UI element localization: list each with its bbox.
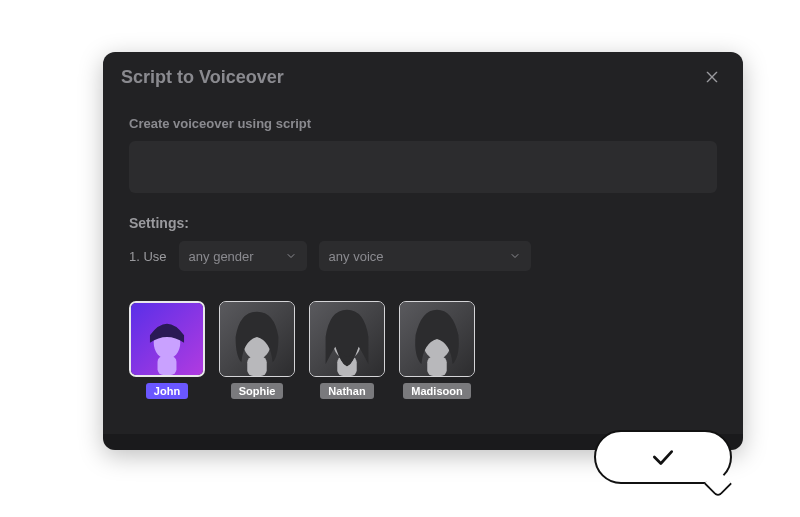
settings-row-1: 1. Use any gender any voice [129,241,717,271]
gender-select[interactable]: any gender [179,241,307,271]
voice-name-tag: Madisoon [403,383,470,399]
svg-rect-4 [158,356,177,375]
voice-select[interactable]: any voice [319,241,531,271]
voice-grid: JohnSophieNathanMadisoon [129,301,717,399]
script-input[interactable] [129,141,717,193]
chevron-down-icon [509,250,521,262]
row1-lead: 1. Use [129,249,167,264]
voice-card-madisoon[interactable]: Madisoon [399,301,475,399]
voice-card-nathan[interactable]: Nathan [309,301,385,399]
gender-select-value: any gender [189,249,254,264]
dialog-title: Script to Voiceover [121,67,284,88]
close-button[interactable] [699,64,725,90]
avatar [309,301,385,377]
voice-name-tag: Sophie [231,383,284,399]
chevron-down-icon [285,250,297,262]
check-icon [650,444,676,470]
avatar [219,301,295,377]
avatar [399,301,475,377]
voice-card-john[interactable]: John [129,301,205,399]
svg-rect-7 [247,357,266,376]
voice-name-tag: John [146,383,188,399]
svg-rect-13 [427,357,446,376]
settings-label: Settings: [129,215,717,231]
voice-card-sophie[interactable]: Sophie [219,301,295,399]
dialog-header: Script to Voiceover [103,52,743,100]
close-icon [704,69,720,85]
dialog-body: Create voiceover using script Settings: … [103,100,743,413]
avatar [129,301,205,377]
dialog-script-to-voiceover: Script to Voiceover Create voiceover usi… [103,52,743,450]
voice-name-tag: Nathan [320,383,373,399]
script-label: Create voiceover using script [129,116,717,131]
voice-select-value: any voice [329,249,384,264]
